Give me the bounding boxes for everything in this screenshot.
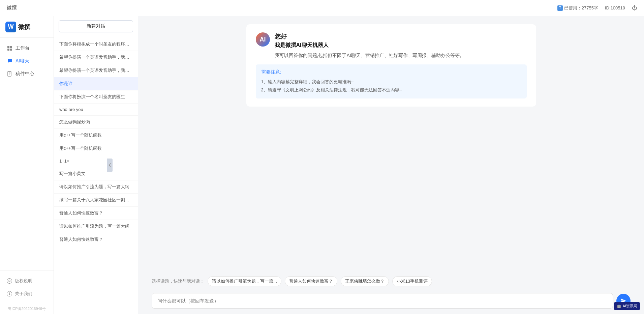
quick-topics: 选择话题，快速与我对话： 请以如何推广引流为题，写一篇...普通人如何快速致富？… [138,273,644,290]
draft-center-icon [7,71,13,77]
history-item[interactable]: 用c++写一个随机函数 [54,129,138,142]
nav-draft-label: 稿件中心 [16,71,34,77]
history-item[interactable]: 下面你将扮演一个名叫圣友的医生 [54,90,138,104]
copyright-icon: © [7,278,12,284]
about-label: 关于我们 [15,291,32,297]
history-item[interactable]: 怎么做狗屎炒肉 [54,116,138,129]
svg-rect-1 [10,46,12,48]
notice-item-2: 2、请遵守《文明上网公约》及相关法律法规，我可能无法回答不适内容~ [261,86,521,94]
ai-avatar: AI [256,32,270,47]
nav-item-workbench[interactable]: 工作台 [0,42,54,55]
history-item[interactable]: 普通人如何快速致富？ [54,233,138,246]
logo-icon: W [5,22,16,32]
history-item[interactable]: who are you [54,104,138,116]
welcome-header: AI 您好 我是微撰AI聊天机器人 我可以回答你的问题,包括但不限于AI聊天、营… [256,32,527,59]
history-item[interactable]: 普通人如何快速致富？ [54,207,138,220]
topic-chip[interactable]: 请以如何推广引流为题，写一篇... [208,276,281,286]
nav-bottom: © 版权说明 ℹ 关于我们 [0,270,54,304]
history-item[interactable]: 撰写一篇关于八大家花园社区一刻钟便民生... [54,194,138,207]
greeting: 您好 [275,32,464,40]
svg-rect-2 [7,49,9,51]
history-item[interactable]: 1+1= [54,155,138,167]
notice-title: 需要注意: [261,69,521,75]
svg-rect-0 [7,46,9,48]
new-chat-button[interactable]: 新建对话 [59,20,133,32]
chat-area: AI 您好 我是微撰AI聊天机器人 我可以回答你的问题,包括但不限于AI聊天、营… [138,16,644,314]
history-list: 下面你将模拟成一个叫圣友的程序员，我说...希望你扮演一个英语发音助手，我提供给… [54,36,138,314]
history-item[interactable]: 你是谁 [54,77,138,90]
nav-about[interactable]: ℹ 关于我们 [0,287,54,300]
ai-badge-text: AI资讯网 [623,304,637,309]
usage-icon: T [557,5,563,11]
history-item[interactable]: 下面你将模拟成一个叫圣友的程序员，我说... [54,38,138,51]
usage-label: T 已使用：27755字 [557,5,598,11]
chat-messages: AI 您好 我是微撰AI聊天机器人 我可以回答你的问题,包括但不限于AI聊天、营… [138,16,644,273]
history-item[interactable]: 请以如何推广引流为题，写一篇大纲 [54,180,138,194]
logo-text: 微撰 [18,23,30,31]
welcome-card: AI 您好 我是微撰AI聊天机器人 我可以回答你的问题,包括但不限于AI聊天、营… [246,24,536,107]
notice-item-1: 1、输入内容越完整详细，我会回答的更精准哟~ [261,78,521,86]
history-panel: 新建对话 下面你将模拟成一个叫圣友的程序员，我说...希望你扮演一个英语发音助手… [54,16,138,314]
user-id: ID:100519 [605,5,625,10]
bot-name: 我是微撰AI聊天机器人 [275,42,464,49]
nav-item-draft-center[interactable]: 稿件中心 [0,67,54,80]
history-item[interactable]: 用c++写一个随机函数 [54,142,138,155]
ai-chat-icon [7,58,13,64]
topic-chip[interactable]: 正宗佛跳墙怎么做？ [341,276,389,286]
nav-ai-chat-label: AI聊天 [16,58,29,64]
history-item[interactable]: 写一篇小黄文 [54,167,138,180]
topic-chip[interactable]: 小米13手机测评 [392,276,432,286]
svg-rect-3 [10,49,12,51]
topbar: 微撰 T 已使用：27755字 ID:100519 ⏻ [0,0,644,16]
icp-text: 粤ICP备2022016946号 [0,304,54,314]
nav-copyright[interactable]: © 版权说明 [0,275,54,287]
usage-text: 已使用：27755字 [564,5,598,11]
copyright-label: 版权说明 [15,278,32,284]
ai-badge-icon: 🤖 [617,304,621,308]
collapse-button[interactable] [107,159,113,172]
topic-chip[interactable]: 普通人如何快速致富？ [285,276,337,286]
welcome-text: 您好 我是微撰AI聊天机器人 我可以回答你的问题,包括但不限于AI聊天、营销推广… [275,32,464,59]
nav-items: 工作台 AI聊天 稿件 [0,38,54,270]
ai-badge: 🤖 AI资讯网 [614,302,640,310]
quick-topics-label: 选择话题，快速与我对话： [152,278,204,284]
main-layout: W 微撰 工作台 [0,16,644,314]
about-icon: ℹ [7,291,12,296]
history-item[interactable]: 希望你扮演一个英语发音助手，我提供给你... [54,51,138,64]
left-nav: W 微撰 工作台 [0,16,54,314]
history-item[interactable]: 请以如何推广引流为题，写一篇大纲 [54,220,138,233]
logo-area: W 微撰 [0,16,54,38]
logout-icon[interactable]: ⏻ [632,5,637,11]
topbar-title: 微撰 [7,5,17,11]
history-item[interactable]: 希望你扮演一个英语发音助手，我提供给你... [54,64,138,77]
notice-box: 需要注意: 1、输入内容越完整详细，我会回答的更精准哟~ 2、请遵守《文明上网公… [256,64,527,98]
chat-input[interactable] [152,293,613,309]
nav-item-ai-chat[interactable]: AI聊天 [0,55,54,67]
workbench-icon [7,45,13,51]
input-area [138,290,644,314]
description: 我可以回答你的问题,包括但不限于AI聊天、营销推广、社媒写作、写周报、辅助办公等… [275,52,464,59]
topbar-right: T 已使用：27755字 ID:100519 ⏻ [557,5,637,11]
nav-workbench-label: 工作台 [16,45,30,51]
